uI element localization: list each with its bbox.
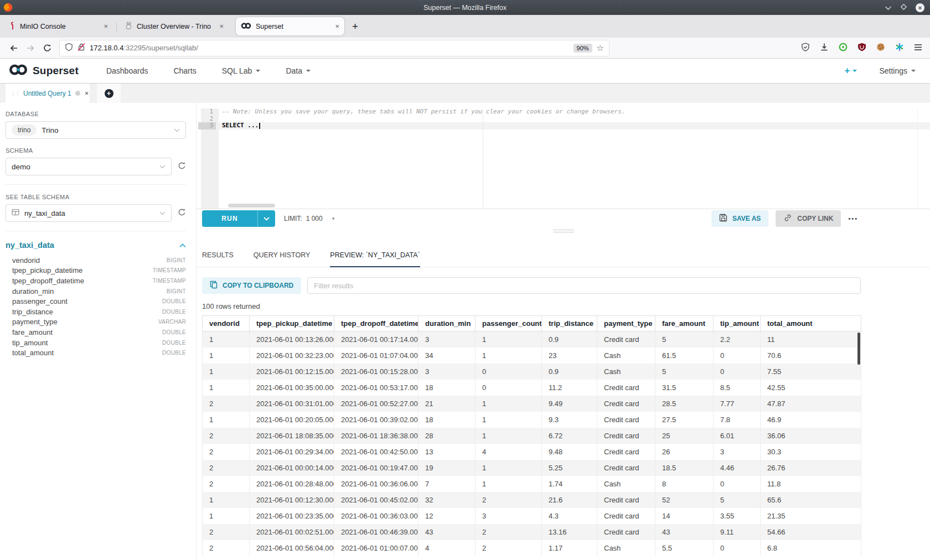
window-close-button[interactable]: × [916,3,924,12]
column-header-tpep_pickup_datetime[interactable]: tpep_pickup_datetime [250,316,334,331]
download-icon[interactable] [820,43,829,54]
column-header-tip_amount[interactable]: tip_amount [714,316,761,331]
url-text[interactable]: 172.18.0.4:32295/superset/sqllab/ [90,44,198,52]
back-button[interactable] [6,44,22,52]
code-line-comment: -- Note: Unless you save your query, the… [222,108,930,116]
table-schema-title[interactable]: ny_taxi_data [6,241,54,250]
refresh-schema-icon[interactable] [178,162,186,172]
column-header-fare_amount[interactable]: fare_amount [655,316,714,331]
more-options-button[interactable]: ••• [848,215,858,222]
database-select[interactable]: trino Trino [6,121,186,139]
add-query-tab-button[interactable]: + [97,84,121,103]
superset-logo-icon[interactable] [8,63,29,79]
table-row[interactable]: 12021-06-01 00:23:35.0002021-06-01 00:36… [203,508,861,524]
table-row[interactable]: 22021-06-01 00:56:04.0002021-06-01 01:00… [203,540,861,556]
tab-close-icon[interactable]: × [219,22,224,30]
schema-column-row[interactable]: duration_minBIGINT [6,286,186,297]
schema-column-row[interactable]: total_amountDOUBLE [6,348,186,358]
query-tab-close-icon[interactable]: × [85,89,89,97]
cookie-extension-icon[interactable] [876,43,885,54]
column-header-total_amount[interactable]: total_amount [761,316,861,331]
nav-item-sql-lab[interactable]: SQL Lab [222,66,261,75]
table-row[interactable]: 22021-06-01 00:02:51.0002021-06-01 00:46… [203,524,861,540]
schema-column-row[interactable]: tpep_dropoff_datetimeTIMESTAMP [6,276,186,286]
copy-link-button[interactable]: COPY LINK [776,210,841,227]
schema-column-row[interactable]: tip_amountDOUBLE [6,338,186,348]
schema-column-row[interactable]: passenger_countDOUBLE [6,296,186,307]
drag-handle-icon[interactable]: ⋮⋮ [11,90,19,96]
schema-select[interactable]: demo [6,158,172,175]
editor-hscrollbar-thumb[interactable] [228,204,275,208]
new-item-button[interactable]: + [844,65,857,76]
save-as-button[interactable]: SAVE AS [711,210,768,227]
table-row[interactable]: 22021-06-01 00:28:48.0002021-06-01 00:36… [203,476,861,492]
column-header-duration_min[interactable]: duration_min [418,316,476,331]
table-row[interactable]: 22021-06-01 00:00:14.0002021-06-01 00:19… [203,460,861,476]
nav-item-charts[interactable]: Charts [173,66,196,75]
forward-button[interactable] [22,44,39,52]
column-header-payment_type[interactable]: payment_type [597,316,655,331]
brand-name[interactable]: Superset [33,65,79,77]
table-cell: 2 [203,444,250,460]
table-row[interactable]: 12021-06-01 00:12:15.0002021-06-01 00:15… [203,364,861,380]
tab-results[interactable]: RESULTS [202,251,234,267]
zoom-level-badge[interactable]: 90% [574,44,592,53]
table-value: ny_taxi_data [24,209,65,217]
browser-tab-minio[interactable]: MinIO Console × [4,17,113,35]
shield-check-extension-icon[interactable] [801,43,810,54]
table-row[interactable]: 12021-06-01 00:35:00.0002021-06-01 00:53… [203,380,861,396]
table-row[interactable]: 12021-06-01 00:12:30.0002021-06-01 00:45… [203,492,861,508]
browser-tab-trino[interactable]: Cluster Overview - Trino × [120,17,229,35]
table-row[interactable]: 22021-06-01 00:31:01.0002021-06-01 00:52… [203,396,861,412]
table-cell: 2021-06-01 00:46:39.000 [334,524,418,540]
table-row[interactable]: 12021-06-01 00:13:26.0002021-06-01 00:17… [203,331,861,348]
table-select[interactable]: ny_taxi_data [6,204,172,222]
copy-to-clipboard-button[interactable]: COPY TO CLIPBOARD [202,277,301,294]
nav-item-data[interactable]: Data [286,66,311,75]
collapse-chevron-up-icon[interactable] [179,240,186,250]
schema-column-row[interactable]: vendoridBIGINT [6,255,186,266]
window-minimize-button[interactable] [885,3,892,13]
table-row[interactable]: 22021-06-01 18:08:35.0002021-06-01 18:36… [203,428,861,444]
column-header-tpep_dropoff_datetime[interactable]: tpep_dropoff_datetime [334,316,418,331]
column-header-trip_distance[interactable]: trip_distance [542,316,597,331]
colorful-asterisk-extension-icon[interactable] [895,43,904,54]
schema-column-row[interactable]: payment_typeVARCHAR [6,317,186,328]
tab-query-history[interactable]: QUERY HISTORY [254,251,311,267]
menu-hamburger-icon[interactable] [914,43,922,53]
table-row[interactable]: 12021-06-01 00:32:23.0002021-06-01 01:07… [203,348,861,364]
screen: { "colors": { "accent": "#20a7c9", "teal… [0,0,930,560]
sql-editor[interactable]: 1 2 3 -- Note: Unless you save your quer… [197,108,930,209]
table-row[interactable]: 12021-06-01 00:20:05.0002021-06-01 00:39… [203,412,861,428]
settings-menu[interactable]: Settings [879,66,916,75]
tab-close-icon[interactable]: × [104,22,108,30]
schema-column-row[interactable]: trip_distanceDOUBLE [6,307,186,317]
reload-button[interactable] [39,44,55,52]
tab-close-icon[interactable]: × [335,22,339,30]
pane-resize-handle[interactable] [197,228,930,234]
refresh-table-icon[interactable] [178,208,186,219]
insecure-lock-icon[interactable] [78,43,85,54]
browser-tab-superset[interactable]: Superset × [236,17,344,35]
window-maximize-button[interactable] [900,3,907,13]
bookmark-star-icon[interactable]: ☆ [597,43,604,53]
table-row[interactable]: 22021-06-01 00:29:34.0002021-06-01 00:42… [203,444,861,460]
new-tab-button[interactable]: + [352,20,358,33]
url-bar[interactable]: 172.18.0.4:32295/superset/sqllab/ 90% ☆ [60,40,609,56]
tab-preview-ny-taxi-data[interactable]: PREVIEW: `NY_TAXI_DATA` [330,251,420,267]
ublock-extension-icon[interactable] [857,43,866,54]
column-header-vendorid[interactable]: vendorid [203,316,250,331]
query-tab-untitled[interactable]: ⋮⋮ Untitled Query 1 × [6,84,90,103]
results-vscrollbar-thumb[interactable] [857,333,860,365]
run-button[interactable]: RUN [202,210,257,227]
filter-results-input[interactable] [307,277,861,294]
green-extension-icon[interactable] [839,43,848,54]
tracking-shield-icon[interactable] [65,43,73,54]
nav-item-dashboards[interactable]: Dashboards [106,66,148,75]
column-header-passenger_count[interactable]: passenger_count [476,316,542,331]
run-dropdown-button[interactable] [257,210,275,227]
schema-column-row[interactable]: tpep_pickup_datetimeTIMESTAMP [6,266,186,276]
limit-control[interactable]: LIMIT: 1 000 ▾ [284,215,334,222]
schema-column-row[interactable]: fare_amountDOUBLE [6,327,186,338]
table-cell: 1 [476,396,542,412]
